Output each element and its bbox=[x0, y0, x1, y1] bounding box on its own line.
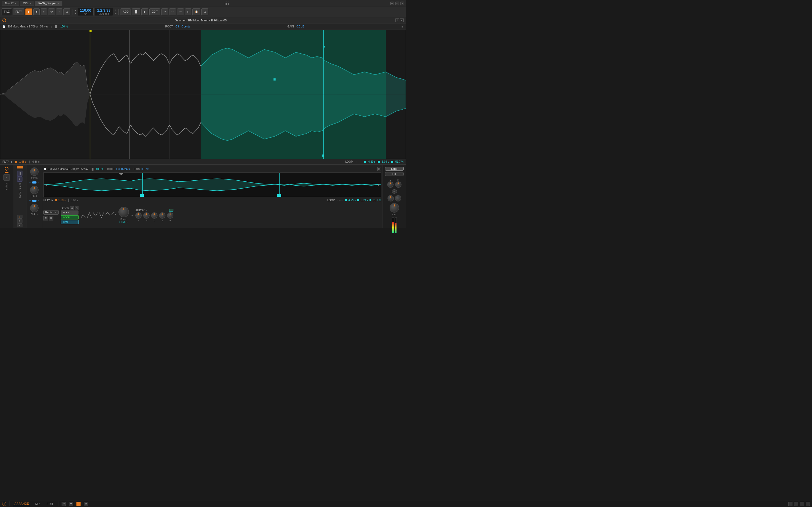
len-toggle[interactable]: LEN bbox=[61, 220, 79, 224]
redo-button[interactable]: ↪ bbox=[169, 8, 176, 15]
loop-toggle[interactable]: LOOP bbox=[61, 215, 79, 219]
waveform-icon[interactable]: ≈ bbox=[3, 174, 10, 181]
pan-l-knob[interactable] bbox=[388, 195, 394, 202]
repitch-dropdown[interactable]: Repitch ▼ bbox=[43, 210, 59, 215]
paste2-button[interactable]: ⊡ bbox=[201, 8, 208, 15]
tab-bws4-close[interactable]: × bbox=[58, 2, 59, 5]
tempo-arrow-dn: ▼ bbox=[74, 12, 77, 14]
mini-wave-prev[interactable]: ◄ bbox=[44, 183, 47, 187]
glide-knob[interactable] bbox=[30, 204, 39, 212]
sync-icon[interactable]: ⇄ bbox=[115, 12, 116, 14]
speed-section: Speed 2.25 kHz bbox=[118, 207, 129, 224]
sampler-icons: ▐ ≡ bbox=[17, 171, 22, 182]
bottom-power[interactable] bbox=[5, 167, 8, 171]
sampler-window: Sampler / EM Mvoc Mantra E 70bpm 05 ↗ × … bbox=[0, 17, 406, 165]
fx-button[interactable]: FX bbox=[385, 172, 404, 176]
pitch-arrow-r[interactable]: → bbox=[38, 200, 40, 202]
sampler-icon5[interactable]: + bbox=[17, 223, 22, 227]
play-transport-button[interactable]: ▶ bbox=[26, 8, 32, 15]
record-button[interactable]: ● bbox=[41, 8, 47, 15]
pattern-button[interactable]: ⊞ bbox=[63, 8, 70, 15]
knob-d[interactable] bbox=[151, 212, 158, 219]
play2-button[interactable]: ▶ bbox=[141, 8, 148, 15]
tempo-display[interactable]: 110.00 4/4 bbox=[78, 8, 94, 16]
knob-s[interactable] bbox=[159, 212, 165, 219]
sampler-title: Sampler / EM Mvoc Mantra E 70bpm 05 bbox=[6, 19, 395, 22]
file-button[interactable]: FILE bbox=[2, 8, 12, 15]
mini-wave-next[interactable]: ► bbox=[377, 183, 380, 187]
select-knob[interactable] bbox=[30, 167, 39, 176]
tab-mpe[interactable]: MPE × bbox=[20, 1, 34, 6]
sampler-expand[interactable]: ↗ bbox=[395, 18, 399, 22]
l-knob[interactable] bbox=[387, 181, 394, 188]
out-knob[interactable] bbox=[390, 203, 399, 213]
sampler-transport-row: PLAY ▶ 1.68 s ▐ 6.86 s LOOP →↔← 4.29 s 6… bbox=[43, 198, 381, 203]
wf-filename: EM Mvoc Mantra E 70bpm 05.wav bbox=[8, 25, 48, 28]
waveform-svg bbox=[0, 30, 406, 159]
transport-loop-pct: 51.7 % bbox=[373, 199, 381, 202]
left-controls: ≈ Select bbox=[0, 165, 13, 228]
vu-meter-section bbox=[392, 217, 397, 233]
waveform-area[interactable] bbox=[0, 30, 406, 159]
offsets-icon[interactable]: ⚙ bbox=[70, 206, 74, 210]
arrow-right[interactable]: → bbox=[38, 181, 40, 183]
arrow-left[interactable]: ← bbox=[29, 181, 31, 183]
mute-knob[interactable] bbox=[395, 195, 401, 202]
minimize-btn[interactable]: — bbox=[391, 2, 394, 5]
add-button-plus[interactable]: + bbox=[56, 8, 62, 15]
ahdsr-chevron: ▼ bbox=[145, 209, 147, 212]
sampler-icon3[interactable]: □ bbox=[17, 215, 22, 219]
knob-r[interactable] bbox=[167, 212, 173, 219]
tab-mpe-close[interactable]: × bbox=[30, 2, 31, 5]
r-knob[interactable] bbox=[395, 181, 402, 188]
add-route-btn[interactable]: + bbox=[392, 189, 397, 193]
ahdsr-h: H bbox=[143, 212, 150, 222]
undo-button[interactable]: ↩ bbox=[161, 8, 168, 15]
mini-waveform[interactable]: ◄ ► bbox=[43, 172, 381, 197]
tab-new2-close[interactable]: × bbox=[15, 2, 16, 5]
right-panel: Note FX L R + Out bbox=[382, 165, 406, 228]
pitch-knob[interactable] bbox=[30, 186, 39, 194]
bottom-settings-btn[interactable]: ⊞ bbox=[377, 167, 381, 171]
ahdsr-d: D bbox=[151, 212, 158, 222]
edit-button[interactable]: EDIT bbox=[149, 8, 160, 15]
sampler-icon1[interactable]: ▐ bbox=[17, 171, 22, 176]
sampler-close[interactable]: × bbox=[400, 18, 404, 22]
wf-settings-icon[interactable]: ⊞ bbox=[402, 25, 404, 28]
bottom-gain-label: GAIN bbox=[134, 168, 140, 171]
note-button[interactable]: Note bbox=[385, 167, 404, 171]
maximize-btn[interactable]: □ bbox=[395, 2, 399, 5]
tab-bws4[interactable]: BWS4_Sampler × bbox=[35, 1, 62, 6]
metronome-icon[interactable]: ♩ bbox=[115, 9, 116, 12]
repitch-icon2[interactable]: ⊞ bbox=[49, 216, 53, 221]
sampler-icon2[interactable]: ≡ bbox=[17, 176, 22, 182]
play-toggle[interactable]: PLAY bbox=[61, 211, 79, 215]
add-button[interactable]: ADD bbox=[120, 8, 131, 15]
lr-knobs: L R bbox=[387, 178, 402, 188]
play-footer-label[interactable]: PLAY bbox=[2, 160, 9, 163]
loop-button[interactable]: ⟳ bbox=[48, 8, 55, 15]
position-display[interactable]: 1.2.3.33 0:00.863 bbox=[95, 8, 113, 16]
cut-button[interactable]: ✂ bbox=[177, 8, 184, 15]
copy-button[interactable]: ⎘ bbox=[185, 8, 191, 15]
sampler-icon4[interactable]: ⊞ bbox=[17, 219, 22, 223]
tab-new2[interactable]: New 2* × bbox=[2, 1, 19, 6]
play-button[interactable]: PLAY bbox=[13, 8, 24, 15]
transport-play[interactable]: PLAY bbox=[43, 199, 50, 202]
transport-loop-start: 4.29 s bbox=[348, 199, 356, 202]
repitch-icon1[interactable]: ⚙ bbox=[43, 216, 48, 221]
paste-button[interactable]: 📋 bbox=[192, 8, 200, 15]
pitch-arrows: ← → bbox=[29, 200, 40, 202]
sampler-header-row: 📄 EM Mvoc Mantra E 70bpm 05.wav ▐▌ 100 %… bbox=[43, 166, 381, 172]
sampler-power[interactable] bbox=[2, 18, 6, 22]
mixer-button[interactable]: ▐▌ bbox=[132, 8, 140, 15]
pitch-arrow-l[interactable]: ← bbox=[29, 200, 31, 202]
close-btn[interactable]: × bbox=[400, 2, 404, 5]
select-knob-label: Select bbox=[31, 176, 38, 179]
knob-a[interactable] bbox=[135, 212, 142, 219]
dots-icon bbox=[225, 2, 229, 5]
offsets-grid-icon[interactable]: ⊞ bbox=[75, 206, 79, 210]
stop-button[interactable]: ■ bbox=[33, 8, 40, 15]
knob-h[interactable] bbox=[143, 212, 150, 219]
speed-knob[interactable] bbox=[118, 207, 129, 217]
